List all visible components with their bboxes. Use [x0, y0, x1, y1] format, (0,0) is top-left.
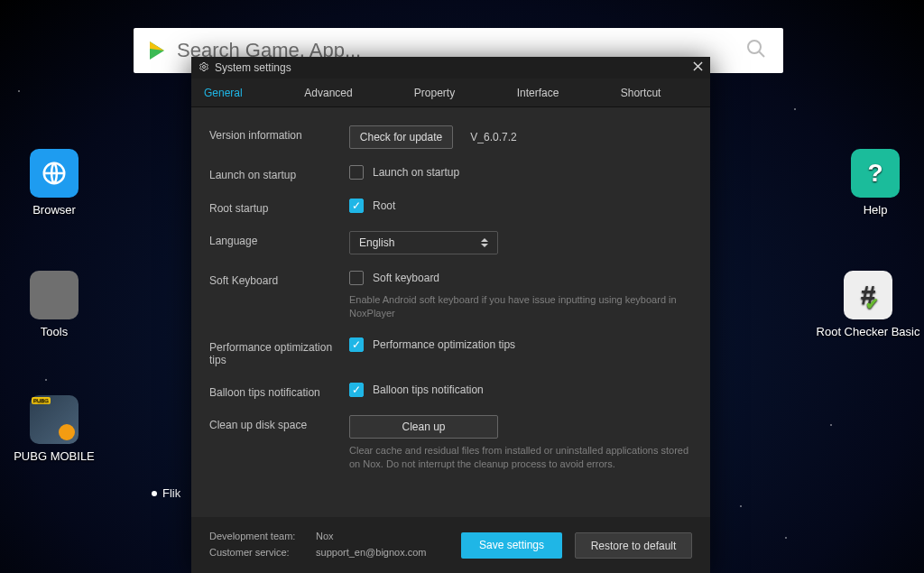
label-balloon-tips: Balloon tips notification	[209, 383, 349, 399]
desktop-icon-tools[interactable]: Tools	[14, 271, 95, 338]
launch-on-startup-checkbox[interactable]: Launch on startup	[349, 165, 459, 180]
dialog-title: System settings	[215, 61, 291, 74]
tab-shortcut-settings[interactable]: Shortcut settings	[608, 79, 710, 106]
checkbox-label: Performance optimization tips	[373, 338, 515, 351]
dialog-body: Version information Check for update V_6…	[191, 107, 710, 517]
checkbox-icon	[349, 337, 364, 352]
balloon-tips-checkbox[interactable]: Balloon tips notification	[349, 383, 484, 397]
root-checker-icon: #✔	[844, 271, 892, 319]
tab-property-settings[interactable]: Property settings	[402, 79, 504, 106]
select-value: English	[359, 236, 394, 249]
desktop-icon-help[interactable]: ? Help	[830, 149, 920, 217]
checkbox-icon	[349, 271, 364, 285]
dialog-footer: Development team: Nox Customer service: …	[191, 517, 710, 573]
version-value: V_6.0.7.2	[470, 131, 516, 143]
root-checkbox[interactable]: Root	[349, 199, 395, 213]
checkbox-label: Root	[373, 199, 395, 212]
gear-icon	[199, 61, 209, 75]
tab-general-settings[interactable]: General settings	[191, 79, 291, 106]
tab-interface-settings[interactable]: Interface settings	[504, 79, 608, 106]
pubg-icon: PUBG	[30, 395, 79, 444]
performance-tips-checkbox[interactable]: Performance optimization tips	[349, 337, 515, 352]
checkbox-icon	[349, 383, 364, 397]
desktop-label: Help	[864, 203, 888, 217]
restore-to-default-button[interactable]: Restore to default	[575, 532, 692, 559]
browser-icon	[30, 149, 79, 198]
checkbox-label: Soft keyboard	[373, 272, 439, 284]
help-icon: ?	[851, 149, 900, 198]
search-icon[interactable]	[745, 38, 767, 63]
label-version: Version information	[209, 125, 349, 142]
support-value: support_en@bignox.com	[316, 547, 426, 558]
chevron-updown-icon	[481, 238, 488, 247]
checkbox-icon	[349, 165, 364, 180]
desktop-icon-rootchecker[interactable]: #✔ Root Checker Basic	[812, 271, 924, 338]
support-label: Customer service:	[209, 545, 313, 561]
desktop-label: Tools	[41, 325, 68, 338]
checkbox-label: Balloon tips notification	[373, 384, 484, 396]
dev-team-value: Nox	[316, 531, 334, 541]
svg-point-3	[203, 65, 206, 68]
desktop-label: Root Checker Basic	[817, 325, 920, 338]
clean-up-button[interactable]: Clean up	[349, 415, 498, 439]
label-language: Language	[209, 231, 349, 247]
checkbox-label: Launch on startup	[373, 166, 459, 179]
desktop-label-partial: Flik	[162, 486, 180, 500]
language-select[interactable]: English	[349, 231, 498, 254]
soft-keyboard-hint: Enable Android soft keyboard if you have…	[349, 293, 692, 321]
svg-point-0	[748, 41, 761, 53]
clean-up-hint: Clear cache and residual files from inst…	[349, 444, 692, 472]
checkbox-icon	[349, 199, 364, 213]
soft-keyboard-checkbox[interactable]: Soft keyboard	[349, 271, 439, 285]
desktop-label: PUBG MOBILE	[14, 449, 95, 463]
tools-folder-icon	[30, 271, 79, 319]
tab-advanced-settings[interactable]: Advanced settings	[291, 79, 401, 106]
desktop-icon-browser[interactable]: Browser	[14, 149, 95, 217]
desktop-icon-pubg[interactable]: PUBG PUBG MOBILE	[14, 395, 95, 463]
system-settings-dialog: System settings General settings Advance…	[191, 57, 710, 573]
label-root-startup: Root startup	[209, 199, 349, 215]
label-soft-keyboard: Soft Keyboard	[209, 271, 349, 287]
label-launch-on-startup: Launch on startup	[209, 165, 349, 181]
label-performance-tips: Performance optimization tips	[209, 337, 349, 366]
svg-line-1	[759, 51, 764, 57]
save-settings-button[interactable]: Save settings	[461, 532, 562, 559]
dialog-titlebar: System settings	[191, 57, 710, 79]
label-clean-up: Clean up disk space	[209, 415, 349, 431]
desktop-label: Browser	[32, 203, 76, 217]
dev-team-label: Development team:	[209, 529, 313, 545]
page-indicator-dot	[152, 491, 157, 496]
dialog-tabs: General settings Advanced settings Prope…	[191, 79, 710, 107]
close-button[interactable]	[693, 61, 703, 74]
check-for-update-button[interactable]: Check for update	[349, 125, 453, 149]
play-store-icon	[150, 42, 164, 60]
